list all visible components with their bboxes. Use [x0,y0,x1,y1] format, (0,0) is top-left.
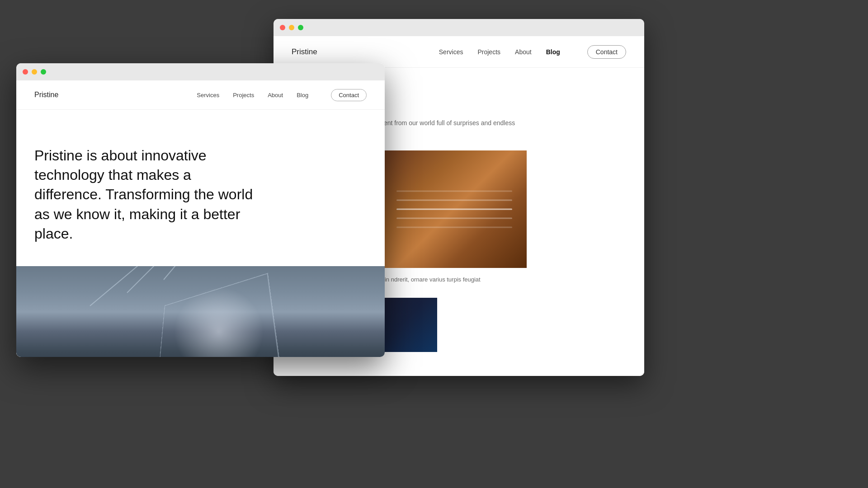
arch-line-2 [163,266,251,280]
back-nav-about[interactable]: About [515,48,532,56]
front-nav-about[interactable]: About [268,92,283,99]
front-hero-image [16,266,385,357]
desktop: Pristine Services Projects About Blog Co… [0,0,868,488]
window-front: Pristine Services Projects About Blog Co… [16,63,385,357]
blog-card-featured-image [382,150,527,268]
front-hero-text: Pristine is about innovative technology … [34,146,260,244]
architecture-photo [16,266,385,357]
close-button-front[interactable] [23,69,28,75]
window-content-front: Pristine Services Projects About Blog Co… [16,80,385,357]
back-nav-links: Services Projects About Blog [439,48,560,56]
front-nav-blog[interactable]: Blog [297,92,308,99]
front-nav-projects[interactable]: Projects [233,92,254,99]
close-button-back[interactable] [280,25,285,30]
minimize-button-back[interactable] [289,25,294,30]
maximize-button-front[interactable] [41,69,46,75]
front-nav-contact-button[interactable]: Contact [331,89,367,101]
maximize-button-back[interactable] [298,25,303,30]
front-nav-services[interactable]: Services [197,92,219,99]
back-nav-logo: Pristine [292,47,317,56]
back-nav-contact-button[interactable]: Contact [587,45,626,59]
spiral-line [396,209,512,210]
minimize-button-front[interactable] [32,69,37,75]
back-nav-blog[interactable]: Blog [546,48,560,56]
front-nav-logo: Pristine [34,91,58,99]
back-nav-projects[interactable]: Projects [477,48,500,56]
front-navbar: Pristine Services Projects About Blog Co… [16,80,385,110]
arch-lines-overlay [16,266,385,357]
spiral-architecture-image [382,150,527,268]
titlebar-back [274,19,644,36]
back-nav-services[interactable]: Services [439,48,463,56]
front-nav-links: Services Projects About Blog [197,92,308,99]
arch-center-light [174,286,264,357]
front-hero-section: Pristine is about innovative technology … [16,110,385,266]
titlebar-front [16,63,385,80]
